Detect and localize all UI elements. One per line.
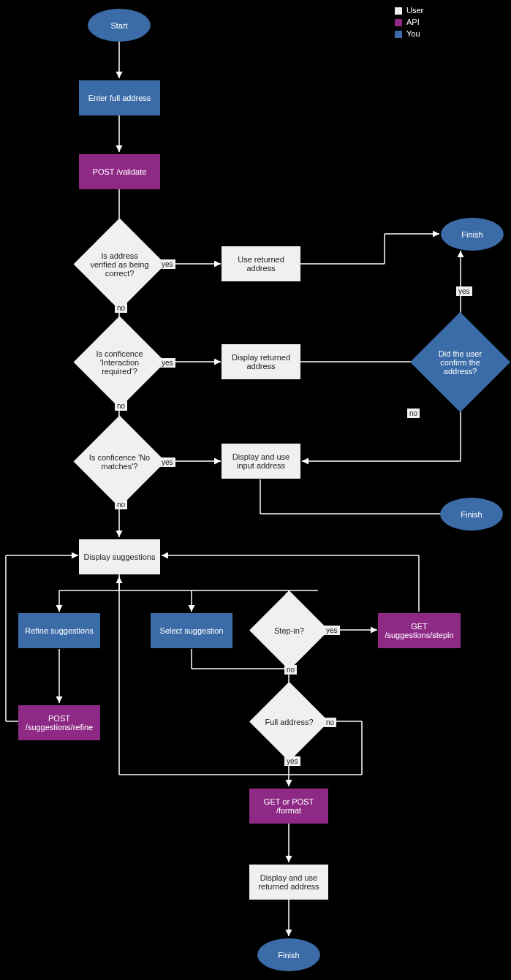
legend-swatch-you <box>395 31 402 38</box>
process-post-refine: POST /suggestions/refine <box>18 705 100 740</box>
edge-verified-no: no <box>115 303 127 313</box>
edge-fulladdr-yes: yes <box>284 756 300 766</box>
process-display-returned: Display returned address <box>222 344 300 379</box>
edge-interaction-yes: yes <box>159 358 175 368</box>
terminator-finish-top: Finish <box>441 218 504 251</box>
process-get-stepin: GET /suggestions/stepin <box>378 613 461 648</box>
legend-label-you: You <box>406 29 420 38</box>
process-post-validate: POST /validate <box>79 154 160 189</box>
legend-swatch-api <box>395 19 402 26</box>
decision-verified-label: Is address verified as being correct? <box>77 232 162 297</box>
terminator-start: Start <box>88 9 151 42</box>
terminator-finish-mid: Finish <box>440 498 503 531</box>
edge-interaction-no: no <box>115 401 127 411</box>
decision-full-address-label: Full address? <box>252 694 325 750</box>
decision-confirm: Did the user confirm the address? <box>425 327 496 398</box>
decision-full-address: Full address? <box>261 694 317 750</box>
decision-interaction: Is conficence 'Interaction required'? <box>87 330 152 395</box>
process-display-use-returned: Display and use returned address <box>249 865 328 900</box>
edge-stepin-no: no <box>284 665 297 675</box>
process-use-returned: Use returned address <box>222 246 300 281</box>
decision-nomatch-label: Is conficence 'No matches'? <box>77 429 162 494</box>
process-display-suggestions: Display suggestions <box>79 539 160 574</box>
edge-nomatch-yes: yes <box>159 457 175 467</box>
process-display-use-input: Display and use input address <box>222 444 300 479</box>
decision-verified: Is address verified as being correct? <box>87 232 152 297</box>
edge-stepin-yes: yes <box>324 626 340 635</box>
decision-nomatch: Is conficence 'No matches'? <box>87 429 152 494</box>
process-format: GET or POST /format <box>249 789 328 824</box>
terminator-finish-bottom: Finish <box>257 938 320 971</box>
process-select-suggestion: Select suggestion <box>151 613 232 648</box>
process-refine-suggestions: Refine suggestions <box>18 613 100 648</box>
edge-nomatch-no: no <box>115 500 127 509</box>
edge-verified-yes: yes <box>159 259 175 269</box>
legend-label-api: API <box>406 18 420 26</box>
legend-label-user: User <box>406 6 423 15</box>
edge-confirm-no: no <box>407 409 420 418</box>
decision-confirm-label: Did the user confirm the address? <box>414 327 506 398</box>
legend-swatch-user <box>395 7 402 15</box>
process-enter-address: Enter full address <box>79 80 160 115</box>
decision-stepin: Step-in? <box>261 602 317 658</box>
decision-interaction-label: Is conficence 'Interaction required'? <box>77 330 162 395</box>
edge-confirm-yes: yes <box>456 286 472 296</box>
edge-fulladdr-no: no <box>324 718 336 727</box>
decision-stepin-label: Step-in? <box>252 602 325 658</box>
